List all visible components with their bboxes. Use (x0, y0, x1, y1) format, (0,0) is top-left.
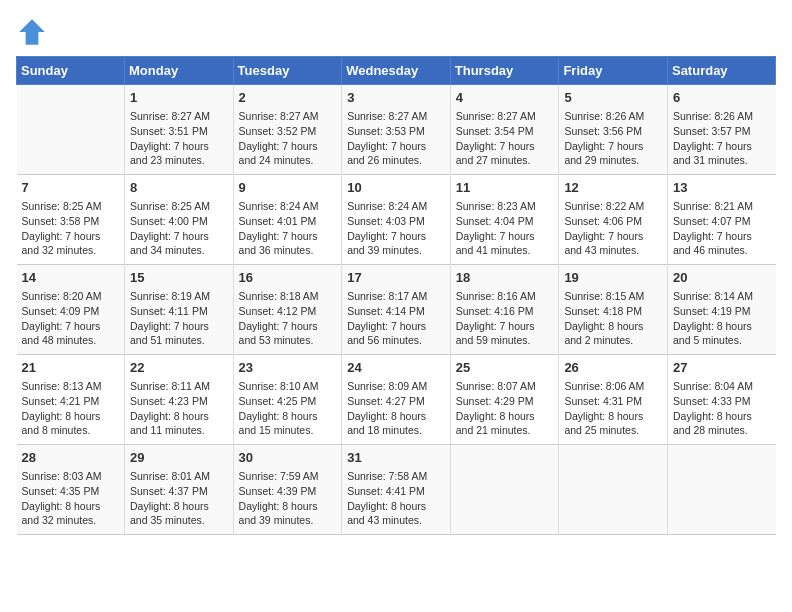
day-number: 24 (347, 359, 445, 377)
calendar-cell: 19Sunrise: 8:15 AM Sunset: 4:18 PM Dayli… (559, 265, 668, 355)
calendar-cell: 23Sunrise: 8:10 AM Sunset: 4:25 PM Dayli… (233, 355, 342, 445)
cell-info: Sunrise: 8:25 AM Sunset: 3:58 PM Dayligh… (22, 199, 120, 258)
header-cell-friday: Friday (559, 57, 668, 85)
day-number: 10 (347, 179, 445, 197)
page-header (16, 16, 776, 48)
day-number: 2 (239, 89, 337, 107)
week-row-1: 1Sunrise: 8:27 AM Sunset: 3:51 PM Daylig… (17, 85, 776, 175)
cell-info: Sunrise: 7:59 AM Sunset: 4:39 PM Dayligh… (239, 469, 337, 528)
calendar-cell: 12Sunrise: 8:22 AM Sunset: 4:06 PM Dayli… (559, 175, 668, 265)
calendar-cell: 25Sunrise: 8:07 AM Sunset: 4:29 PM Dayli… (450, 355, 559, 445)
cell-info: Sunrise: 7:58 AM Sunset: 4:41 PM Dayligh… (347, 469, 445, 528)
day-number: 3 (347, 89, 445, 107)
calendar-cell: 20Sunrise: 8:14 AM Sunset: 4:19 PM Dayli… (667, 265, 775, 355)
logo (16, 16, 52, 48)
header-cell-monday: Monday (125, 57, 234, 85)
cell-info: Sunrise: 8:13 AM Sunset: 4:21 PM Dayligh… (22, 379, 120, 438)
day-number: 27 (673, 359, 771, 377)
cell-info: Sunrise: 8:16 AM Sunset: 4:16 PM Dayligh… (456, 289, 554, 348)
calendar-cell: 17Sunrise: 8:17 AM Sunset: 4:14 PM Dayli… (342, 265, 451, 355)
calendar-cell: 26Sunrise: 8:06 AM Sunset: 4:31 PM Dayli… (559, 355, 668, 445)
calendar-cell: 13Sunrise: 8:21 AM Sunset: 4:07 PM Dayli… (667, 175, 775, 265)
calendar-cell: 31Sunrise: 7:58 AM Sunset: 4:41 PM Dayli… (342, 445, 451, 535)
cell-info: Sunrise: 8:17 AM Sunset: 4:14 PM Dayligh… (347, 289, 445, 348)
day-number: 13 (673, 179, 771, 197)
calendar-cell: 2Sunrise: 8:27 AM Sunset: 3:52 PM Daylig… (233, 85, 342, 175)
day-number: 12 (564, 179, 662, 197)
calendar-cell: 11Sunrise: 8:23 AM Sunset: 4:04 PM Dayli… (450, 175, 559, 265)
day-number: 22 (130, 359, 228, 377)
calendar-cell: 22Sunrise: 8:11 AM Sunset: 4:23 PM Dayli… (125, 355, 234, 445)
calendar-cell (667, 445, 775, 535)
cell-info: Sunrise: 8:21 AM Sunset: 4:07 PM Dayligh… (673, 199, 771, 258)
week-row-5: 28Sunrise: 8:03 AM Sunset: 4:35 PM Dayli… (17, 445, 776, 535)
cell-info: Sunrise: 8:27 AM Sunset: 3:51 PM Dayligh… (130, 109, 228, 168)
header-cell-tuesday: Tuesday (233, 57, 342, 85)
calendar-cell: 9Sunrise: 8:24 AM Sunset: 4:01 PM Daylig… (233, 175, 342, 265)
cell-info: Sunrise: 8:04 AM Sunset: 4:33 PM Dayligh… (673, 379, 771, 438)
day-number: 20 (673, 269, 771, 287)
calendar-cell (559, 445, 668, 535)
day-number: 7 (22, 179, 120, 197)
day-number: 30 (239, 449, 337, 467)
calendar-cell: 5Sunrise: 8:26 AM Sunset: 3:56 PM Daylig… (559, 85, 668, 175)
cell-info: Sunrise: 8:27 AM Sunset: 3:54 PM Dayligh… (456, 109, 554, 168)
day-number: 31 (347, 449, 445, 467)
day-number: 5 (564, 89, 662, 107)
week-row-2: 7Sunrise: 8:25 AM Sunset: 3:58 PM Daylig… (17, 175, 776, 265)
svg-marker-0 (19, 19, 45, 45)
day-number: 23 (239, 359, 337, 377)
calendar-header-row: SundayMondayTuesdayWednesdayThursdayFrid… (17, 57, 776, 85)
header-cell-wednesday: Wednesday (342, 57, 451, 85)
day-number: 17 (347, 269, 445, 287)
calendar-cell: 3Sunrise: 8:27 AM Sunset: 3:53 PM Daylig… (342, 85, 451, 175)
day-number: 28 (22, 449, 120, 467)
day-number: 14 (22, 269, 120, 287)
day-number: 19 (564, 269, 662, 287)
day-number: 18 (456, 269, 554, 287)
calendar-cell: 21Sunrise: 8:13 AM Sunset: 4:21 PM Dayli… (17, 355, 125, 445)
day-number: 1 (130, 89, 228, 107)
calendar-cell (450, 445, 559, 535)
day-number: 4 (456, 89, 554, 107)
calendar-cell: 16Sunrise: 8:18 AM Sunset: 4:12 PM Dayli… (233, 265, 342, 355)
cell-info: Sunrise: 8:26 AM Sunset: 3:57 PM Dayligh… (673, 109, 771, 168)
day-number: 21 (22, 359, 120, 377)
cell-info: Sunrise: 8:20 AM Sunset: 4:09 PM Dayligh… (22, 289, 120, 348)
cell-info: Sunrise: 8:18 AM Sunset: 4:12 PM Dayligh… (239, 289, 337, 348)
logo-icon (16, 16, 48, 48)
cell-info: Sunrise: 8:15 AM Sunset: 4:18 PM Dayligh… (564, 289, 662, 348)
cell-info: Sunrise: 8:14 AM Sunset: 4:19 PM Dayligh… (673, 289, 771, 348)
calendar-cell: 28Sunrise: 8:03 AM Sunset: 4:35 PM Dayli… (17, 445, 125, 535)
calendar-cell: 1Sunrise: 8:27 AM Sunset: 3:51 PM Daylig… (125, 85, 234, 175)
cell-info: Sunrise: 8:19 AM Sunset: 4:11 PM Dayligh… (130, 289, 228, 348)
cell-info: Sunrise: 8:06 AM Sunset: 4:31 PM Dayligh… (564, 379, 662, 438)
calendar-cell: 8Sunrise: 8:25 AM Sunset: 4:00 PM Daylig… (125, 175, 234, 265)
calendar-cell: 10Sunrise: 8:24 AM Sunset: 4:03 PM Dayli… (342, 175, 451, 265)
calendar-cell: 14Sunrise: 8:20 AM Sunset: 4:09 PM Dayli… (17, 265, 125, 355)
header-cell-saturday: Saturday (667, 57, 775, 85)
cell-info: Sunrise: 8:26 AM Sunset: 3:56 PM Dayligh… (564, 109, 662, 168)
cell-info: Sunrise: 8:25 AM Sunset: 4:00 PM Dayligh… (130, 199, 228, 258)
calendar-cell: 29Sunrise: 8:01 AM Sunset: 4:37 PM Dayli… (125, 445, 234, 535)
day-number: 11 (456, 179, 554, 197)
cell-info: Sunrise: 8:27 AM Sunset: 3:53 PM Dayligh… (347, 109, 445, 168)
cell-info: Sunrise: 8:03 AM Sunset: 4:35 PM Dayligh… (22, 469, 120, 528)
calendar-cell (17, 85, 125, 175)
header-cell-sunday: Sunday (17, 57, 125, 85)
cell-info: Sunrise: 8:07 AM Sunset: 4:29 PM Dayligh… (456, 379, 554, 438)
day-number: 6 (673, 89, 771, 107)
day-number: 29 (130, 449, 228, 467)
week-row-3: 14Sunrise: 8:20 AM Sunset: 4:09 PM Dayli… (17, 265, 776, 355)
cell-info: Sunrise: 8:24 AM Sunset: 4:01 PM Dayligh… (239, 199, 337, 258)
cell-info: Sunrise: 8:09 AM Sunset: 4:27 PM Dayligh… (347, 379, 445, 438)
calendar-cell: 7Sunrise: 8:25 AM Sunset: 3:58 PM Daylig… (17, 175, 125, 265)
day-number: 9 (239, 179, 337, 197)
calendar-table: SundayMondayTuesdayWednesdayThursdayFrid… (16, 56, 776, 535)
day-number: 26 (564, 359, 662, 377)
calendar-cell: 30Sunrise: 7:59 AM Sunset: 4:39 PM Dayli… (233, 445, 342, 535)
calendar-cell: 15Sunrise: 8:19 AM Sunset: 4:11 PM Dayli… (125, 265, 234, 355)
day-number: 16 (239, 269, 337, 287)
calendar-cell: 27Sunrise: 8:04 AM Sunset: 4:33 PM Dayli… (667, 355, 775, 445)
calendar-cell: 18Sunrise: 8:16 AM Sunset: 4:16 PM Dayli… (450, 265, 559, 355)
